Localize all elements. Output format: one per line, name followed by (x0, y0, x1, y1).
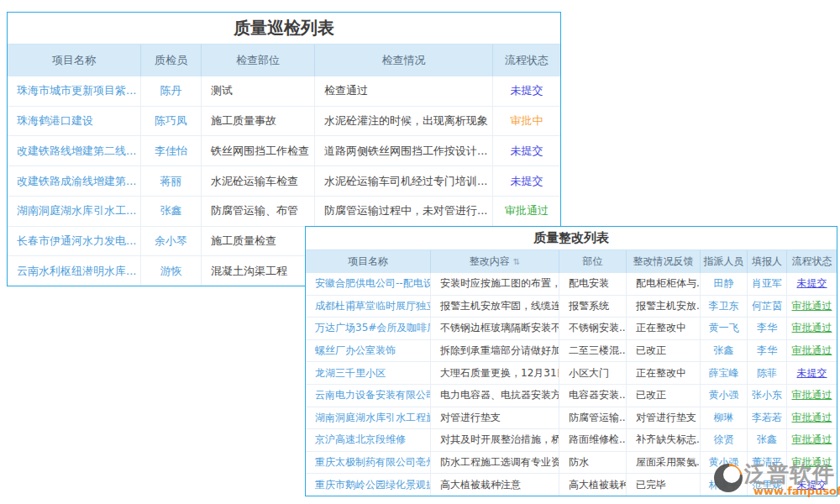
project-name-link[interactable]: 改建铁路线增建第二线... (8, 136, 141, 165)
watermark-url-text: www.fanpusoft.com (753, 485, 840, 497)
reporter-name-link[interactable]: 李若若 (748, 407, 787, 429)
flow-status-link-text: 审批通过 (792, 411, 832, 425)
flow-status-link[interactable]: 审批通过 (787, 385, 837, 407)
rectify-feedback: 报警主机安放... (627, 296, 701, 318)
rectify-content: 拆除到承重墙部分请做好加固... (431, 340, 559, 362)
project-name-link-text: 改建铁路线增建第二线... (17, 144, 136, 159)
project-name-link[interactable]: 长春市伊通河水力发电... (8, 227, 141, 256)
assignee-name-link-text: 张鑫 (714, 344, 734, 358)
reporter-name-link[interactable]: 张鑫 (748, 429, 787, 451)
project-name-link[interactable]: 安徽合肥供电公司--配电设备... (306, 273, 431, 295)
inspector-name-link[interactable]: 蒋丽 (141, 166, 202, 196)
column-header-inspector[interactable]: 质检员 (141, 45, 202, 76)
inspector-name-link[interactable]: 余小琴 (141, 227, 202, 256)
column-header-rectify-feedback[interactable]: 整改情况反馈 (627, 250, 701, 273)
flow-status-link[interactable]: 审批通过 (787, 340, 837, 362)
reporter-name-link[interactable]: 李华 (748, 318, 787, 339)
rectify-feedback-text: 已完毕 (636, 478, 666, 492)
project-name-link[interactable]: 重庆市鹅岭公园绿化景观提升... (306, 474, 431, 496)
part-text: 电容器安装... (569, 388, 627, 402)
project-name-link[interactable]: 万达广场35#会所及咖啡厅空... (306, 318, 431, 339)
part-text: 防水 (569, 455, 589, 470)
column-header-flow-status[interactable]: 流程状态 (493, 45, 560, 76)
inspector-name-link[interactable]: 李佳怡 (141, 136, 202, 165)
assignee-name-link[interactable]: 薛宝峰 (701, 362, 748, 384)
column-header-part[interactable]: 部位 (559, 250, 627, 273)
assignee-name-link[interactable]: 张鑫 (701, 340, 748, 362)
project-name-link-text: 长春市伊通河水力发电... (17, 234, 136, 249)
inspector-name-link[interactable]: 陈巧凤 (141, 107, 202, 136)
inspector-name-link[interactable]: 游恢 (141, 256, 202, 286)
sort-icon[interactable]: ⇅ (513, 257, 520, 266)
inspection-situation-text: 水泥砼灌注的时候，出现离析现象 (324, 113, 488, 129)
reporter-name-link[interactable]: 张小东 (748, 385, 787, 407)
assignee-name-link[interactable]: 田静 (701, 273, 748, 295)
rectify-content-text: 安装时应按施工图的布置，将... (440, 276, 559, 291)
project-name-link[interactable]: 珠海市城市更新项目紫... (8, 76, 141, 106)
table-row: 湖南洞庭湖水库引水工程施工标对管进行垫支防腐管运输...对管进行垫支柳琳李若若审… (306, 407, 837, 430)
column-header-inspection-situation[interactable]: 检查情况 (315, 45, 493, 76)
column-header-project-name[interactable]: 项目名称 (8, 45, 141, 76)
reporter-name-link-text: 何芷茵 (752, 299, 782, 313)
flow-status-link[interactable]: 审批中 (493, 107, 560, 136)
column-header-rectify-content[interactable]: 整改内容⇅ (431, 250, 559, 273)
reporter-name-link[interactable]: 肖亚军 (748, 273, 787, 295)
flow-status-link[interactable]: 审批通过 (493, 197, 560, 226)
column-header-flow-status[interactable]: 流程状态 (787, 250, 837, 273)
flow-status-link[interactable]: 审批通过 (787, 318, 837, 339)
reporter-name-link[interactable]: 陈菲 (748, 362, 787, 384)
flow-status-link[interactable]: 未提交 (493, 166, 560, 196)
assignee-name-link[interactable]: 黄小强 (701, 385, 748, 407)
part-text: 配电安装 (569, 276, 609, 291)
assignee-name-link[interactable]: 柳琳 (701, 407, 748, 429)
inspector-name-link[interactable]: 张鑫 (141, 197, 202, 226)
project-name-link[interactable]: 螺丝厂办公室装饰 (306, 340, 431, 362)
rectify-feedback: 已改正 (627, 385, 701, 407)
assignee-name-link[interactable]: 徐贤 (701, 429, 748, 451)
column-header-inspection-part[interactable]: 检查部位 (202, 45, 315, 76)
part-text: 防腐管运输... (569, 411, 627, 425)
rectify-content: 对管进行垫支 (431, 407, 559, 429)
project-name-link-text: 龙湖三千里小区 (315, 366, 386, 381)
flow-status-link[interactable]: 审批通过 (787, 429, 837, 451)
assignee-name-link[interactable]: 李卫东 (701, 296, 748, 318)
part: 电容器安装... (559, 385, 627, 407)
rectification-table-header-row: 项目名称整改内容⇅部位整改情况反馈指派人员填报人流程状态 (306, 250, 837, 273)
part: 路面维修检... (559, 429, 627, 451)
project-name-link[interactable]: 珠海鹤港口建设 (8, 107, 141, 136)
flow-status-link[interactable]: 审批通过 (787, 407, 837, 429)
rectify-feedback-text: 正在整改中 (636, 321, 686, 335)
reporter-name-link[interactable]: 何芷茵 (748, 296, 787, 318)
flow-status-link[interactable]: 审批通过 (787, 296, 837, 318)
project-name-link[interactable]: 云南电力设备安装有限公司20... (306, 385, 431, 407)
inspector-name-link[interactable]: 陈丹 (141, 76, 202, 106)
rectify-feedback: 对管进行垫支 (627, 407, 701, 429)
inspection-part-text: 防腐管运输、布管 (211, 203, 298, 218)
project-name-link[interactable]: 京沪高速北京段维修 (306, 429, 431, 451)
rectify-content: 安装时应按施工图的布置，将... (431, 273, 559, 295)
flow-status-link-text: 审批通过 (792, 321, 832, 335)
column-header-assignee[interactable]: 指派人员 (701, 250, 748, 273)
flow-status-link[interactable]: 未提交 (493, 76, 560, 106)
flow-status-link[interactable]: 未提交 (493, 136, 560, 165)
assignee-name-link[interactable]: 黄一飞 (701, 318, 748, 339)
project-name-link[interactable]: 湖南洞庭湖水库引水工... (8, 197, 141, 226)
inspection-situation: 水泥砼灌注的时候，出现离析现象 (315, 107, 493, 136)
project-name-link[interactable]: 重庆太极制药有限公司亳州中... (306, 452, 431, 474)
rectify-feedback: 已完毕 (627, 474, 701, 496)
project-name-link[interactable]: 龙湖三千里小区 (306, 362, 431, 384)
column-header-project-name[interactable]: 项目名称 (306, 250, 431, 273)
inspection-part: 混凝土沟渠工程 (202, 256, 315, 286)
column-header-reporter[interactable]: 填报人 (748, 250, 787, 273)
rectify-feedback-text: 补齐缺失标志... (636, 433, 701, 447)
project-name-link[interactable]: 云南水利枢纽潜明水库... (8, 256, 141, 286)
project-name-link[interactable]: 成都杜甫草堂临时展厅独立展... (306, 296, 431, 318)
rectification-table-title: 质量整改列表 (306, 227, 837, 250)
flow-status-link[interactable]: 未提交 (787, 362, 837, 384)
rectify-feedback: 正在整改中 (627, 318, 701, 339)
assignee-name-link-text: 徐贤 (714, 433, 734, 447)
reporter-name-link[interactable]: 李华 (748, 340, 787, 362)
flow-status-link[interactable]: 未提交 (787, 273, 837, 295)
project-name-link[interactable]: 湖南洞庭湖水库引水工程施工标 (306, 407, 431, 429)
project-name-link[interactable]: 改建铁路成渝线增建第... (8, 166, 141, 196)
